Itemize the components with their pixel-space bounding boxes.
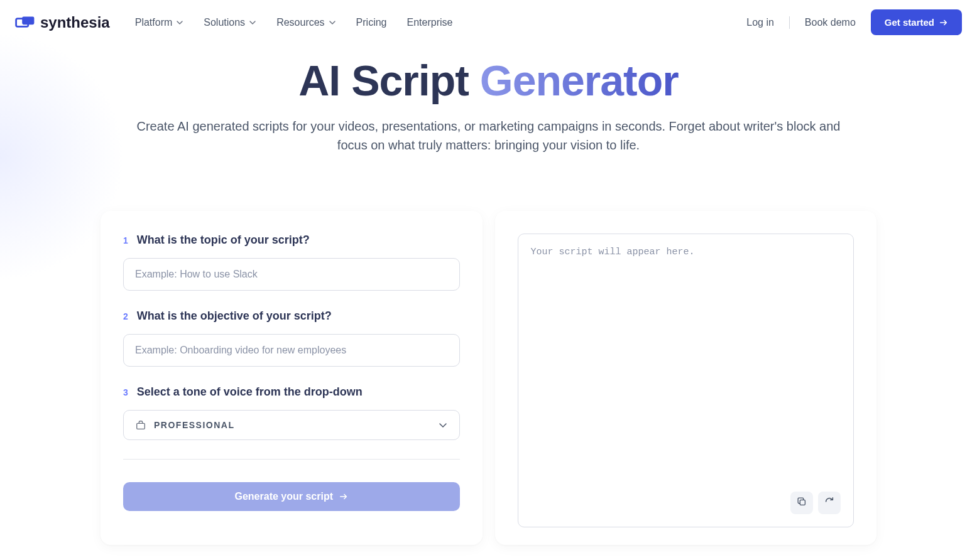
logo-text: synthesia [40, 14, 110, 31]
nav-pricing[interactable]: Pricing [356, 17, 387, 28]
form-group-objective: 2 What is the objective of your script? [123, 310, 460, 367]
hero-section: AI Script Generator Create AI generated … [0, 45, 977, 180]
header-right: Log in Book demo Get started [746, 9, 962, 35]
tone-select[interactable]: PROFESSIONAL [123, 410, 460, 440]
form-group-tone: 3 Select a tone of voice from the drop-d… [123, 385, 460, 440]
nav-platform[interactable]: Platform [135, 17, 184, 28]
arrow-right-icon [939, 18, 948, 27]
login-link[interactable]: Log in [746, 17, 774, 28]
form-card: 1 What is the topic of your script? 2 Wh… [101, 211, 483, 545]
hero-title: AI Script Generator [50, 57, 927, 104]
label-text: What is the objective of your script? [137, 310, 332, 323]
output-placeholder-text: Your script will appear here. [531, 247, 841, 492]
main-container: 1 What is the topic of your script? 2 Wh… [0, 211, 977, 545]
nav-enterprise[interactable]: Enterprise [407, 17, 453, 28]
header-nav: synthesia Platform Solutions Resources P… [0, 0, 977, 45]
separator [123, 459, 460, 460]
step-number: 1 [123, 235, 128, 245]
objective-input[interactable] [123, 334, 460, 367]
output-actions [531, 492, 841, 514]
book-demo-link[interactable]: Book demo [805, 17, 856, 28]
nav-solutions[interactable]: Solutions [204, 17, 256, 28]
arrow-right-icon [339, 492, 348, 501]
nav-resources[interactable]: Resources [276, 17, 336, 28]
chevron-down-icon [176, 19, 183, 26]
label-text: Select a tone of voice from the drop-dow… [137, 385, 363, 399]
form-label: 2 What is the objective of your script? [123, 310, 460, 323]
svg-rect-2 [137, 423, 145, 429]
nav-label: Solutions [204, 17, 245, 28]
redo-icon [824, 496, 835, 509]
chevron-down-icon [438, 420, 448, 430]
output-area: Your script will appear here. [518, 234, 854, 527]
nav-menu: Platform Solutions Resources Pricing Ent… [135, 17, 453, 28]
svg-rect-3 [800, 500, 805, 505]
hero-title-part2: Generator [480, 57, 679, 104]
hero-subtitle: Create AI generated scripts for your vid… [128, 117, 850, 154]
form-label: 3 Select a tone of voice from the drop-d… [123, 385, 460, 399]
copy-button[interactable] [790, 492, 813, 514]
copy-icon [796, 496, 807, 509]
form-label: 1 What is the topic of your script? [123, 234, 460, 247]
generate-label: Generate your script [235, 491, 334, 502]
step-number: 2 [123, 311, 128, 321]
chevron-down-icon [249, 19, 256, 26]
generate-button[interactable]: Generate your script [123, 482, 460, 511]
nav-label: Platform [135, 17, 173, 28]
get-started-label: Get started [885, 17, 934, 28]
output-card: Your script will appear here. [495, 211, 877, 545]
chevron-down-icon [329, 19, 336, 26]
divider [789, 16, 790, 29]
nav-label: Enterprise [407, 17, 453, 28]
briefcase-icon [135, 419, 146, 431]
nav-label: Resources [276, 17, 324, 28]
hero-title-part1: AI Script [298, 57, 480, 104]
select-value: PROFESSIONAL [154, 420, 430, 430]
form-group-topic: 1 What is the topic of your script? [123, 234, 460, 291]
get-started-button[interactable]: Get started [871, 9, 962, 35]
step-number: 3 [123, 387, 128, 397]
nav-label: Pricing [356, 17, 387, 28]
redo-button[interactable] [818, 492, 841, 514]
logo-icon [15, 15, 35, 30]
label-text: What is the topic of your script? [137, 234, 310, 247]
topic-input[interactable] [123, 258, 460, 291]
svg-rect-1 [22, 16, 34, 24]
logo[interactable]: synthesia [15, 14, 110, 31]
